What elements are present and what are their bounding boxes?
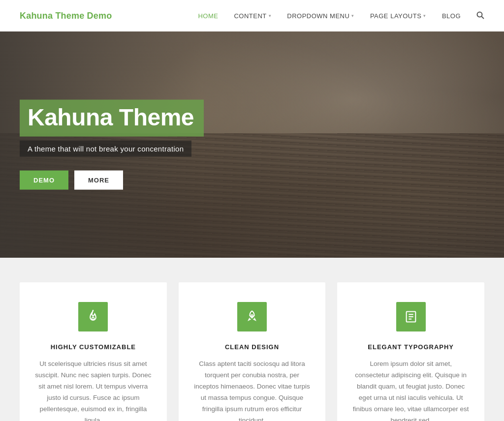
hero-subtitle: A theme that will not break your concent… xyxy=(28,144,184,152)
features-section: HIGHLY CUSTOMIZABLE Ut scelerisque ultri… xyxy=(0,258,504,421)
chevron-down-icon: ▾ xyxy=(269,13,272,18)
demo-button[interactable]: DEMO xyxy=(20,170,68,189)
flame-icon xyxy=(86,310,100,324)
hero-title: Kahuna Theme xyxy=(28,105,194,131)
nav-item-page-layouts[interactable]: PAGE LAYOUTS ▾ xyxy=(370,12,426,20)
svg-line-1 xyxy=(482,16,484,19)
feature-text-clean-design: Class aptent taciti sociosqu ad litora t… xyxy=(193,359,311,421)
chevron-down-icon: ▾ xyxy=(423,13,426,18)
feature-card-customizable: HIGHLY CUSTOMIZABLE Ut scelerisque ultri… xyxy=(20,282,167,421)
hero-section: Kahuna Theme A theme that will not break… xyxy=(0,31,504,258)
search-icon[interactable] xyxy=(476,11,484,21)
svg-point-2 xyxy=(251,315,253,317)
feature-text-typography: Lorem ipsum dolor sit amet, consectetur … xyxy=(352,359,470,421)
feature-title-clean-design: CLEAN DESIGN xyxy=(225,343,279,351)
hero-content: Kahuna Theme A theme that will not break… xyxy=(20,100,204,190)
nav-item-home[interactable]: HOME xyxy=(198,12,218,20)
chevron-down-icon: ▾ xyxy=(351,13,354,18)
svg-point-0 xyxy=(477,12,482,17)
hero-subtitle-background: A theme that will not break your concent… xyxy=(20,140,191,156)
feature-icon-flame xyxy=(78,302,108,331)
hero-buttons: DEMO MORE xyxy=(20,170,204,189)
feature-card-clean-design: CLEAN DESIGN Class aptent taciti sociosq… xyxy=(179,282,326,421)
feature-title-customizable: HIGHLY CUSTOMIZABLE xyxy=(51,343,136,351)
site-logo[interactable]: Kahuna Theme Demo xyxy=(20,11,112,21)
typography-icon xyxy=(404,310,418,324)
nav-item-dropdown-menu[interactable]: DROPDOWN MENU ▾ xyxy=(287,12,354,20)
feature-card-typography: ELEGANT TYPOGRAPHY Lorem ipsum dolor sit… xyxy=(337,282,484,421)
header: Kahuna Theme Demo HOME CONTENT ▾ DROPDOW… xyxy=(0,0,504,31)
more-button[interactable]: MORE xyxy=(74,170,123,189)
main-nav: HOME CONTENT ▾ DROPDOWN MENU ▾ PAGE LAYO… xyxy=(198,11,484,21)
nav-item-blog[interactable]: BLOG xyxy=(442,12,461,20)
feature-text-customizable: Ut scelerisque ultricies risus sit amet … xyxy=(34,359,152,421)
rocket-icon xyxy=(245,310,259,324)
feature-icon-rocket xyxy=(237,302,267,331)
feature-icon-typography xyxy=(396,302,426,331)
feature-title-typography: ELEGANT TYPOGRAPHY xyxy=(368,343,454,351)
hero-title-background: Kahuna Theme xyxy=(20,100,204,137)
nav-item-content[interactable]: CONTENT ▾ xyxy=(234,12,271,20)
